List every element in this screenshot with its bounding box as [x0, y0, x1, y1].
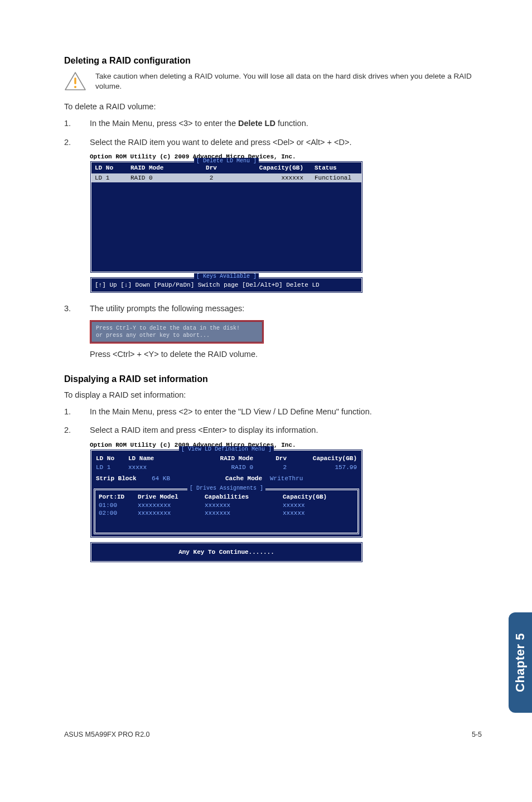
label-ld-no: LD No — [96, 455, 128, 462]
col-drv: Drv — [192, 165, 231, 171]
bios-screenshot-view-ld: Option ROM Utility (c) 2009 Advanced Mic… — [90, 442, 363, 563]
step-number: 3. — [64, 303, 90, 315]
label-raid-mode: RAID Mode — [201, 455, 253, 462]
footer-right: 5-5 — [472, 731, 482, 738]
value-strip-block: 64 KB — [152, 475, 201, 482]
col-status: Status — [315, 165, 358, 171]
caution-text: Take caution when deleting a RAID volume… — [95, 71, 482, 91]
step-number: 2. — [64, 137, 90, 148]
ld-info-value-row: LD 1 xxxxx RAID 0 2 157.99 — [96, 463, 357, 472]
cell-capacity: xxxxxx — [283, 510, 354, 516]
keys-text: [↑] Up [↓] Down [PaUp/PaDn] Switch page … — [95, 282, 358, 288]
bios-menu-label: [ Delete LD Menu ] — [91, 158, 361, 164]
cell-port-id: 02:00 — [99, 510, 138, 516]
col-drive-model: Drive Model — [138, 494, 205, 500]
label-strip-block: Strip Block — [96, 475, 152, 482]
ld-info-row3: Strip Block 64 KB Cache Mode WriteThru — [96, 474, 357, 483]
step-number: 2. — [64, 425, 90, 436]
page-footer: ASUS M5A99FX PRO R2.0 5-5 — [64, 731, 482, 738]
col-capabilities: Capabilities — [205, 494, 283, 500]
col-capacity-gb: Capacity(GB) — [283, 494, 354, 500]
bios-selected-row: LD 1 RAID 0 2 xxxxxx Functional — [91, 173, 361, 182]
step-number: 1. — [64, 407, 90, 418]
prompt-line1: Press Ctrl-Y to delte the data in the di… — [96, 325, 258, 332]
step1-bold: Delete LD — [238, 119, 275, 128]
bios-screenshot-delete-ld: Option ROM Utility (c) 2009 Advanced Mic… — [90, 153, 363, 293]
cell-capabilities: xxxxxxx — [205, 502, 283, 509]
svg-point-1 — [74, 86, 76, 88]
bios-footer-continue: Any Key To Continue....... — [90, 542, 363, 563]
value-capacity: 157.99 — [287, 464, 357, 471]
step1-delete: In the Main Menu, press <3> to enter the… — [90, 118, 482, 129]
value-drv: 2 — [253, 464, 287, 471]
intro-text-2: To display a RAID set information: — [64, 390, 482, 401]
ld-info-header-row: LD No LD Name RAID Mode Drv Capacity(GB) — [96, 454, 357, 463]
step2-delete: Select the RAID item you want to delete … — [90, 137, 482, 148]
step1-pre: In the Main Menu, press <3> to enter the — [90, 119, 238, 128]
label-cache-mode: Cache Mode — [201, 475, 262, 482]
heading-display-raid: Dispalying a RAID set information — [64, 374, 482, 384]
value-ld-no: LD 1 — [96, 464, 128, 471]
cell-port-id: 01:00 — [99, 502, 138, 509]
cell-drv: 2 — [192, 175, 231, 181]
bios-table-header: LD No RAID Mode Drv Capacity(GB) Status — [91, 162, 361, 173]
step-number: 1. — [64, 118, 90, 129]
col-port-id: Port:ID — [99, 494, 138, 500]
footer-left: ASUS M5A99FX PRO R2.0 — [64, 731, 150, 738]
chapter-side-tab: Chapter 5 — [509, 612, 532, 713]
heading-deleting-raid: Deleting a RAID configuration — [64, 56, 482, 66]
cell-drive-model: xxxxxxxxx — [138, 510, 205, 516]
keys-label: [ Keys Available ] — [194, 273, 259, 279]
label-drv: Drv — [253, 455, 287, 462]
col-capacity: Capacity(GB) — [231, 165, 315, 171]
chapter-label: Chapter 5 — [513, 633, 528, 692]
value-cache-mode: WriteThru — [262, 475, 357, 482]
cell-capabilities: xxxxxxx — [205, 510, 283, 516]
step1-post: function. — [275, 119, 308, 128]
cell-ld-no: LD 1 — [95, 175, 130, 181]
svg-rect-0 — [74, 78, 76, 84]
caution-callout: Take caution when deleting a RAID volume… — [64, 71, 482, 91]
bios-prompt-dialog: Press Ctrl-Y to delte the data in the di… — [90, 320, 264, 344]
value-ld-name: xxxxx — [128, 464, 201, 471]
cell-raid-mode: RAID 0 — [130, 175, 192, 181]
bios-keys-available: [ Keys Available ] [↑] Up [↓] Down [PaUp… — [90, 277, 363, 293]
press-ctrl-y-text: Press <Ctrl> + <Y> to delete the RAID vo… — [90, 349, 482, 360]
label-ld-name: LD Name — [128, 455, 201, 462]
drive-row: 02:00 xxxxxxxxx xxxxxxx xxxxxx — [99, 509, 354, 517]
drives-assignments-box: [ Drives Assignments ] Port:ID Drive Mod… — [94, 489, 359, 534]
cell-drive-model: xxxxxxxxx — [138, 502, 205, 509]
caution-icon — [64, 71, 86, 91]
step2-display: Select a RAID item and press <Enter> to … — [90, 425, 482, 436]
cell-capacity: xxxxxx — [283, 502, 354, 509]
drives-label: [ Drives Assignments ] — [187, 485, 265, 491]
label-capacity: Capacity(GB) — [287, 455, 357, 462]
intro-text-1: To delete a RAID volume: — [64, 102, 482, 113]
prompt-line2: or press any other key to abort... — [96, 332, 258, 339]
col-ld-no: LD No — [95, 165, 130, 171]
value-raid-mode: RAID 0 — [201, 464, 253, 471]
cell-capacity: xxxxxx — [231, 175, 315, 181]
col-raid-mode: RAID Mode — [130, 165, 192, 171]
drive-row: 01:00 xxxxxxxxx xxxxxxx xxxxxx — [99, 501, 354, 509]
drives-header: Port:ID Drive Model Capabilities Capacit… — [99, 492, 354, 501]
step1-display: In the Main Menu, press <2> to enter the… — [90, 407, 482, 418]
step3-delete: The utility prompts the following messag… — [90, 303, 482, 315]
bios-menu-label: [ View LD Defination Menu ] — [91, 446, 361, 452]
cell-status: Functional — [315, 175, 358, 181]
